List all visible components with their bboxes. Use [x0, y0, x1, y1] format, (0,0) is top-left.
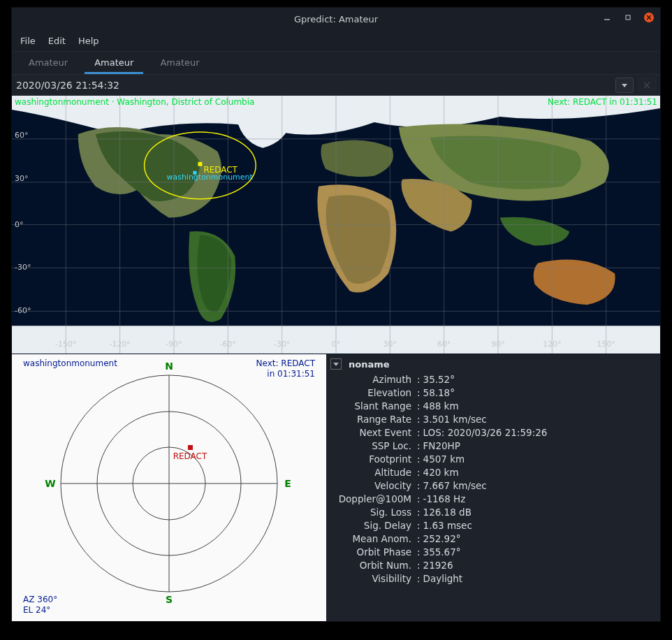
close-icon[interactable]	[643, 12, 655, 23]
titlebar: Gpredict: Amateur	[12, 8, 660, 30]
detail-key: Velocity	[330, 480, 414, 491]
lon-tick: -30°	[274, 340, 290, 349]
maximize-icon[interactable]	[622, 12, 634, 23]
detail-key: Range Rate	[330, 414, 414, 425]
map-station-label: washingtonmonument · Washington, Distric…	[15, 97, 254, 107]
details-expand-icon[interactable]	[330, 358, 342, 370]
detail-value: :21926	[414, 560, 653, 571]
detail-value: :LOS: 2020/03/26 21:59:26	[414, 427, 653, 438]
detail-value: :4507 km	[414, 453, 653, 465]
detail-value: :252.92°	[414, 533, 653, 544]
lat-tick: 30°	[15, 174, 28, 183]
detail-value: :Daylight	[414, 573, 653, 584]
menu-edit[interactable]: Edit	[48, 36, 66, 46]
lon-tick: 150°	[597, 340, 615, 349]
lat-tick: -60°	[15, 306, 31, 315]
lon-tick: 0°	[332, 340, 340, 349]
satellite-marker[interactable]	[198, 162, 202, 166]
window-title: Gpredict: Amateur	[294, 14, 378, 24]
detail-value: :7.667 km/sec	[414, 480, 653, 491]
lat-tick: 60°	[15, 131, 28, 140]
detail-value: :126.18 dB	[414, 507, 653, 518]
lon-tick: 60°	[437, 340, 451, 349]
lon-tick: 120°	[543, 340, 561, 349]
app-window: Gpredict: Amateur File Edit Help Amateur…	[11, 7, 661, 622]
tab-amateur-0[interactable]: Amateur	[19, 52, 78, 74]
map-ground-label: washingtonmonument	[167, 173, 254, 182]
details-sat-name: noname	[349, 359, 390, 370]
minimize-icon[interactable]	[601, 12, 613, 23]
module-close-button[interactable]	[638, 78, 656, 93]
lat-tick: 0°	[15, 220, 23, 229]
detail-value: :1.63 msec	[414, 520, 653, 531]
compass-w: W	[45, 478, 55, 489]
detail-key: SSP Loc.	[330, 440, 414, 451]
world-map[interactable]: washingtonmonument · Washington, Distric…	[12, 96, 660, 354]
svg-marker-5	[622, 84, 627, 87]
lon-tick: 90°	[491, 340, 504, 349]
detail-value: :35.52°	[414, 374, 653, 385]
detail-key: Azimuth	[330, 374, 414, 385]
detail-value: :FN20HP	[414, 440, 653, 451]
window-controls	[601, 12, 655, 23]
lat-tick: -30°	[15, 263, 31, 272]
clock-label: 2020/03/26 21:54:32	[16, 80, 611, 91]
detail-key: Slant Range	[330, 400, 414, 412]
detail-key: Elevation	[330, 387, 414, 398]
detail-value: :488 km	[414, 400, 653, 412]
detail-key: Next Event	[330, 427, 414, 438]
detail-key: Doppler@100M	[330, 493, 414, 504]
module-options-button[interactable]	[615, 78, 634, 93]
lon-tick: -60°	[220, 340, 236, 349]
detail-key: Footprint	[330, 453, 414, 465]
lon-tick: -90°	[166, 340, 182, 349]
detail-key: Sig. Loss	[330, 507, 414, 518]
tab-amateur-2[interactable]: Amateur	[150, 52, 209, 74]
tabbar: Amateur Amateur Amateur	[12, 51, 660, 75]
detail-key: Sig. Delay	[330, 520, 414, 531]
compass-s: S	[166, 594, 173, 605]
detail-value: :3.501 km/sec	[414, 414, 653, 425]
map-canvas: REDACT washingtonmonument 60° 30° 0° -30…	[12, 96, 660, 354]
polar-view[interactable]: washingtonmonument Next: REDACT in 01:31…	[12, 354, 326, 621]
detail-key: Orbit Phase	[330, 546, 414, 558]
detail-key: Altitude	[330, 467, 414, 478]
compass-n: N	[165, 361, 173, 372]
menubar: File Edit Help	[12, 30, 660, 51]
tab-amateur-1[interactable]: Amateur	[85, 52, 143, 74]
detail-key: Orbit Num.	[330, 560, 414, 571]
polar-canvas: N S E W REDACT	[12, 354, 326, 613]
detail-value: :420 km	[414, 467, 653, 478]
detail-value: :355.67°	[414, 546, 653, 558]
svg-rect-1	[626, 15, 630, 20]
polar-sat-marker[interactable]	[188, 445, 193, 450]
menu-help[interactable]: Help	[78, 36, 99, 46]
status-row: 2020/03/26 21:54:32	[12, 75, 660, 96]
satellite-details-pane: noname Azimuth:35.52°Elevation:58.18°Sla…	[326, 354, 660, 621]
detail-value: :58.18°	[414, 387, 653, 398]
details-table: Azimuth:35.52°Elevation:58.18°Slant Rang…	[330, 374, 653, 584]
bottom-row: washingtonmonument Next: REDACT in 01:31…	[12, 354, 660, 621]
lon-tick: -150°	[55, 340, 76, 349]
menu-file[interactable]: File	[20, 36, 36, 46]
compass-e: E	[284, 478, 291, 489]
lon-tick: 30°	[384, 340, 397, 349]
detail-key: Visibility	[330, 573, 414, 584]
detail-key: Mean Anom.	[330, 533, 414, 544]
detail-value: :-1168 Hz	[414, 493, 653, 504]
polar-sat-label: REDACT	[173, 451, 207, 461]
map-next-label: Next: REDACT in 01:31:51	[548, 97, 657, 107]
lon-tick: -120°	[109, 340, 130, 349]
svg-marker-31	[333, 363, 339, 366]
